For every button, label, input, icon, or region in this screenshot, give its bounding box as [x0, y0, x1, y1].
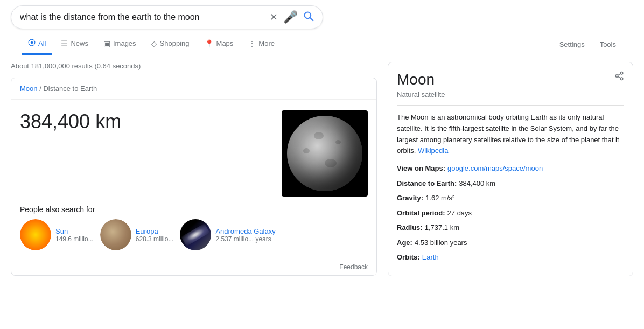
right-column: Moon Natural satellite The Moon is an as…: [388, 62, 633, 284]
andromeda-galaxy: [181, 223, 210, 246]
andromeda-info: Andromeda Galaxy 2.537 millio... years: [215, 227, 275, 243]
kp-title: Moon: [397, 71, 435, 88]
tab-more-label: More: [258, 39, 275, 47]
fact-radius: Radius: 1,737.1 km: [397, 222, 624, 233]
moon-circle: [287, 116, 362, 191]
svg-line-8: [618, 74, 620, 75]
fact-gravity-label: Gravity:: [397, 193, 423, 204]
fact-orbital: Orbital period: 27 days: [397, 208, 624, 219]
fact-age: Age: 4.53 billion years: [397, 237, 624, 248]
fact-radius-label: Radius:: [397, 222, 423, 233]
europa-circle: [100, 219, 131, 250]
fact-orbits: Orbits: Earth: [397, 252, 624, 263]
search-icons: ✕ 🎤: [270, 10, 314, 24]
kp-description: The Moon is an astronomical body orbitin…: [397, 112, 624, 157]
related-sun[interactable]: Sun 149.6 millio...: [20, 219, 94, 250]
search-input[interactable]: [20, 12, 270, 22]
all-icon: [28, 39, 36, 48]
clear-icon[interactable]: ✕: [270, 11, 278, 23]
search-bar-row: ✕ 🎤: [11, 5, 633, 29]
crater-2: [303, 148, 310, 153]
moon-image: [282, 110, 368, 197]
svg-line-7: [618, 76, 620, 78]
sun-circle: [20, 219, 51, 250]
andromeda-image: [180, 219, 211, 250]
fact-gravity: Gravity: 1.62 m/s²: [397, 193, 624, 204]
tab-shopping[interactable]: ◇ Shopping: [145, 34, 196, 55]
settings-button[interactable]: Settings: [553, 35, 591, 54]
tab-news[interactable]: ☰ News: [54, 34, 95, 55]
breadcrumb-child: Distance to Earth: [43, 85, 97, 93]
svg-line-1: [310, 17, 313, 20]
fact-distance-label: Distance to Earth:: [397, 178, 457, 189]
snippet-body: 384,400 km: [11, 100, 376, 205]
breadcrumb: Moon / Distance to Earth: [11, 78, 376, 100]
tab-images[interactable]: ▣ Images: [97, 34, 143, 55]
share-icon[interactable]: [614, 71, 624, 83]
andromeda-name[interactable]: Andromeda Galaxy: [215, 227, 275, 235]
fact-age-value: 4.53 billion years: [415, 237, 467, 248]
fact-distance-value: 384,400 km: [459, 178, 495, 189]
andromeda-bg: [180, 219, 211, 250]
featured-snippet: Moon / Distance to Earth 384,400 km: [11, 78, 377, 276]
fact-maps-label: View on Maps:: [397, 163, 445, 174]
fact-orbits-value[interactable]: Earth: [422, 252, 439, 263]
shopping-icon: ◇: [151, 39, 157, 48]
tools-button[interactable]: Tools: [593, 35, 622, 54]
related-europa[interactable]: Europa 628.3 millio...: [100, 219, 174, 250]
sun-name[interactable]: Sun: [55, 227, 94, 235]
related-andromeda[interactable]: Andromeda Galaxy 2.537 millio... years: [180, 219, 275, 250]
crater-1: [314, 132, 324, 139]
more-icon: ⋮: [248, 39, 256, 48]
sun-sub: 149.6 millio...: [55, 235, 94, 243]
people-also-title: People also search for: [20, 205, 368, 214]
europa-sub: 628.3 millio...: [136, 235, 174, 243]
svg-point-3: [31, 41, 33, 44]
kp-subtitle: Natural satellite: [397, 90, 624, 99]
nav-right: Settings Tools: [553, 35, 622, 54]
feedback-link[interactable]: Feedback: [11, 259, 376, 275]
knowledge-panel: Moon Natural satellite The Moon is an as…: [388, 62, 633, 276]
fact-maps-value[interactable]: google.com/maps/space/moon: [447, 163, 543, 174]
related-items: Sun 149.6 millio... Europa 628.3 millio.…: [20, 219, 368, 250]
wikipedia-link[interactable]: Wikipedia: [418, 146, 448, 155]
distance-value: 384,400 km: [20, 110, 121, 133]
tab-maps-label: Maps: [216, 39, 234, 47]
tab-images-label: Images: [113, 39, 136, 47]
fact-maps: View on Maps: google.com/maps/space/moon: [397, 163, 624, 174]
tab-maps[interactable]: 📍 Maps: [198, 34, 240, 55]
kp-header: Moon: [397, 71, 624, 88]
crater-3: [325, 159, 337, 167]
breadcrumb-parent[interactable]: Moon: [20, 85, 38, 93]
left-column: About 181,000,000 results (0.64 seconds)…: [11, 62, 377, 284]
europa-name[interactable]: Europa: [136, 227, 174, 235]
tab-all[interactable]: All: [22, 33, 52, 55]
snippet-left: 384,400 km: [20, 110, 121, 197]
tab-all-label: All: [38, 39, 46, 47]
maps-icon: 📍: [205, 39, 214, 48]
people-also-section: People also search for Sun 149.6 millio.…: [11, 205, 376, 259]
kp-divider: [397, 105, 624, 106]
andromeda-sub: 2.537 millio... years: [215, 235, 275, 243]
main-content: About 181,000,000 results (0.64 seconds)…: [0, 55, 644, 291]
sun-image: [20, 219, 51, 250]
fact-radius-value: 1,737.1 km: [425, 222, 459, 233]
fact-age-label: Age:: [397, 237, 412, 248]
news-icon: ☰: [61, 39, 68, 48]
crater-4: [335, 140, 341, 144]
search-button[interactable]: [303, 11, 314, 24]
nav-tabs: All ☰ News ▣ Images ◇ Shopping 📍 Maps ⋮ …: [11, 33, 633, 55]
mic-icon[interactable]: 🎤: [283, 10, 298, 24]
tab-more[interactable]: ⋮ More: [242, 34, 281, 55]
tab-news-label: News: [71, 39, 88, 47]
header: ✕ 🎤 All ☰ News ▣ Images: [0, 0, 644, 55]
svg-point-5: [615, 75, 618, 78]
fact-orbital-value: 27 days: [447, 208, 472, 219]
fact-gravity-value: 1.62 m/s²: [425, 193, 454, 204]
fact-orbits-label: Orbits:: [397, 252, 420, 263]
europa-info: Europa 628.3 millio...: [136, 227, 174, 243]
kp-facts: View on Maps: google.com/maps/space/moon…: [397, 163, 624, 263]
svg-point-6: [620, 78, 623, 80]
svg-point-4: [620, 72, 623, 75]
images-icon: ▣: [103, 39, 110, 48]
